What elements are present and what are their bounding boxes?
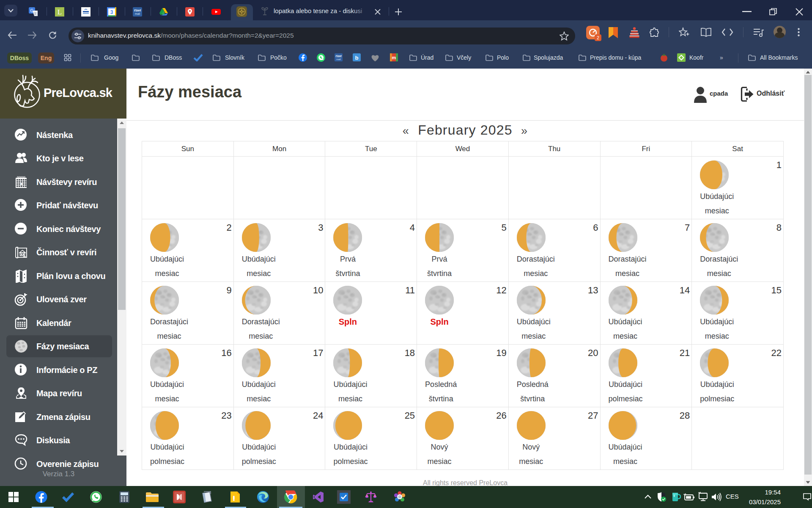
svg-text:ťizet: ťizet <box>134 8 141 12</box>
svg-text:mail: mail <box>336 58 340 61</box>
svg-text:x: x <box>21 182 22 185</box>
svg-text:mail: mail <box>135 12 140 15</box>
svg-text:b: b <box>355 55 359 61</box>
svg-text:3: 3 <box>110 9 113 15</box>
svg-text:m: m <box>392 55 396 60</box>
svg-text:ťizet: ťizet <box>336 55 342 58</box>
svg-text:L: L <box>58 8 62 16</box>
svg-text:文: 文 <box>34 12 37 16</box>
